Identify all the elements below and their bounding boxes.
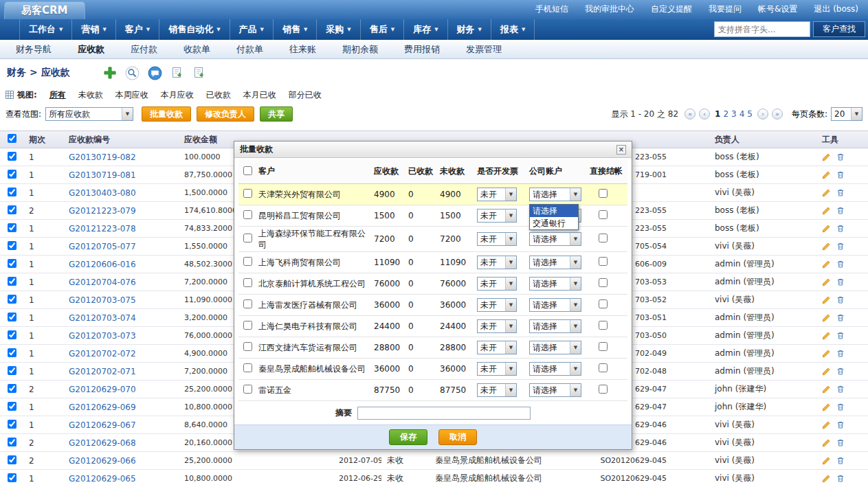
page-number[interactable]: 1	[715, 109, 720, 119]
topbar-link[interactable]: 我的审批中心	[585, 3, 634, 15]
row-checkbox[interactable]	[8, 366, 16, 375]
delete-icon[interactable]	[836, 438, 845, 447]
subnav-item[interactable]: 应收款	[65, 43, 118, 56]
receivable-link[interactable]: G20120629-066	[69, 456, 136, 466]
invoice-select[interactable]: 未开▼	[477, 319, 517, 333]
customer-search-button[interactable]: 客户查找	[813, 21, 865, 37]
comment-icon[interactable]	[148, 66, 162, 80]
account-select[interactable]: 请选择▼	[529, 232, 581, 246]
delete-icon[interactable]	[836, 242, 845, 251]
main-menu-item[interactable]: 报表▼	[491, 19, 535, 40]
modal-row-checkbox[interactable]	[243, 299, 252, 308]
receivable-link[interactable]: G20120606-016	[69, 260, 136, 269]
dropdown-option[interactable]: 请选择	[530, 205, 578, 217]
account-select[interactable]: 请选择▼	[529, 188, 581, 201]
view-link[interactable]: 本周应收	[115, 89, 148, 101]
row-checkbox[interactable]	[8, 313, 16, 321]
account-select[interactable]: 请选择▼	[529, 341, 581, 354]
view-link[interactable]: 本月应收	[161, 89, 194, 101]
header-period[interactable]: 期次	[23, 134, 63, 146]
export-icon[interactable]	[170, 66, 184, 80]
invoice-select[interactable]: 未开▼	[477, 383, 517, 397]
row-checkbox[interactable]	[8, 188, 16, 196]
row-checkbox[interactable]	[8, 170, 16, 179]
receivable-link[interactable]: G20130403-080	[69, 188, 136, 198]
account-select[interactable]: 请选择▼	[529, 383, 581, 397]
receivable-link[interactable]: G20120629-065	[69, 474, 136, 484]
subnav-item[interactable]: 期初余额	[329, 43, 391, 56]
delete-icon[interactable]	[836, 349, 845, 358]
invoice-select[interactable]: 未开▼	[477, 362, 517, 376]
close-icon[interactable]: ×	[616, 145, 626, 155]
first-page-button[interactable]: «	[685, 109, 695, 120]
delete-icon[interactable]	[836, 224, 845, 233]
modal-row-checkbox[interactable]	[243, 189, 252, 198]
topbar-link[interactable]: 退出 (boss)	[814, 3, 858, 15]
cancel-button[interactable]: 取消	[438, 429, 477, 445]
row-checkbox[interactable]	[8, 295, 16, 304]
modal-row-checkbox[interactable]	[243, 234, 252, 242]
receivable-link[interactable]: G20120629-069	[69, 403, 136, 412]
search-zoom-icon[interactable]	[125, 66, 140, 80]
select-all-checkbox[interactable]	[8, 134, 16, 143]
next-page-button[interactable]: ›	[757, 109, 768, 120]
delete-icon[interactable]	[836, 260, 845, 269]
row-checkbox[interactable]	[8, 241, 16, 250]
main-menu-item[interactable]: 工作台▼	[19, 19, 72, 40]
receivable-link[interactable]: G20120629-070	[69, 385, 136, 394]
view-link[interactable]: 未收款	[78, 89, 103, 101]
topbar-link[interactable]: 我要提问	[709, 3, 742, 15]
main-menu-item[interactable]: 销售▼	[274, 19, 317, 40]
page-number[interactable]: 5	[747, 109, 753, 119]
delete-icon[interactable]	[836, 456, 845, 465]
row-checkbox[interactable]	[8, 152, 16, 161]
receivable-link[interactable]: G20130719-081	[69, 170, 136, 180]
per-page-select[interactable]: 20 ▼	[831, 107, 863, 121]
main-menu-item[interactable]: 库存▼	[404, 19, 447, 40]
invoice-select[interactable]: 未开▼	[477, 209, 517, 223]
edit-icon[interactable]	[822, 385, 831, 394]
delete-icon[interactable]	[836, 278, 845, 286]
row-checkbox[interactable]	[8, 438, 16, 446]
edit-icon[interactable]	[822, 278, 831, 286]
subnav-item[interactable]: 付款单	[223, 43, 276, 56]
breadcrumb-section[interactable]: 财务	[7, 67, 26, 79]
modal-row-checkbox[interactable]	[243, 342, 252, 351]
edit-icon[interactable]	[822, 367, 831, 376]
main-menu-item[interactable]: 营销▼	[72, 19, 115, 40]
subnav-item[interactable]: 发票管理	[453, 43, 515, 56]
main-menu-item[interactable]: 产品▼	[230, 19, 274, 40]
edit-icon[interactable]	[822, 420, 831, 429]
direct-settle-checkbox[interactable]	[599, 210, 608, 219]
receivable-link[interactable]: G20120702-071	[69, 367, 136, 376]
main-menu-item[interactable]: 售后▼	[361, 19, 404, 40]
direct-settle-checkbox[interactable]	[599, 299, 608, 308]
invoice-select[interactable]: 未开▼	[477, 277, 517, 291]
app-logo[interactable]: 易客CRM	[4, 1, 85, 19]
account-select[interactable]: 请选择▼	[529, 362, 581, 376]
toolbar-button[interactable]: 共享	[260, 106, 293, 122]
delete-icon[interactable]	[836, 474, 845, 483]
modal-row-checkbox[interactable]	[243, 278, 252, 287]
edit-icon[interactable]	[822, 438, 831, 447]
modal-row-checkbox[interactable]	[243, 321, 252, 330]
delete-icon[interactable]	[836, 152, 845, 161]
delete-icon[interactable]	[836, 188, 845, 197]
main-menu-item[interactable]: 采购▼	[317, 19, 360, 40]
view-link[interactable]: 已收款	[206, 89, 231, 101]
receivable-link[interactable]: G20121223-078	[69, 224, 136, 234]
delete-icon[interactable]	[836, 385, 845, 394]
delete-icon[interactable]	[836, 367, 845, 376]
page-number[interactable]: 2	[723, 109, 728, 119]
delete-icon[interactable]	[836, 403, 845, 411]
modal-row-checkbox[interactable]	[243, 385, 252, 394]
subnav-item[interactable]: 应付款	[118, 43, 170, 56]
direct-settle-checkbox[interactable]	[599, 257, 608, 266]
scope-select[interactable]: 所有应收款 ▼	[45, 107, 133, 121]
row-checkbox[interactable]	[8, 277, 16, 286]
receivable-link[interactable]: G20121223-079	[69, 206, 136, 216]
delete-icon[interactable]	[836, 206, 845, 215]
row-checkbox[interactable]	[8, 223, 16, 232]
invoice-select[interactable]: 未开▼	[477, 341, 517, 354]
customer-search-input[interactable]	[714, 21, 810, 37]
